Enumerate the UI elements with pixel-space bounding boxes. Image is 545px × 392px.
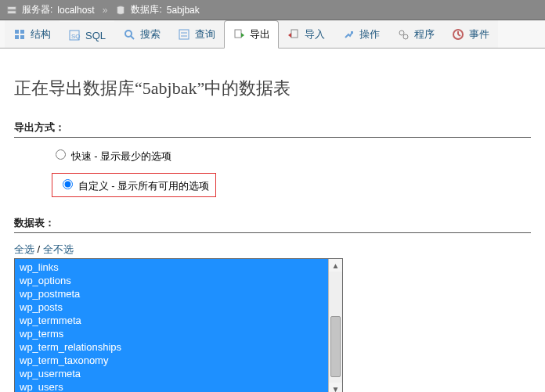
tab-bar: 结构SQLSQL搜索查询导出导入操作程序事件 [0, 20, 545, 49]
tables-scrollbar[interactable]: ▲ ▼ [328, 259, 342, 392]
tab-sql[interactable]: SQLSQL [60, 22, 114, 48]
export-icon [233, 28, 245, 41]
search-icon [123, 28, 135, 41]
operations-icon [342, 28, 355, 41]
tab-label: 结构 [31, 27, 51, 41]
tab-label: SQL [85, 30, 106, 41]
tab-label: 事件 [469, 27, 489, 41]
svg-point-17 [403, 34, 408, 39]
svg-rect-5 [15, 35, 19, 39]
svg-rect-11 [179, 30, 189, 39]
list-item[interactable]: wp_links [15, 261, 328, 274]
svg-rect-4 [20, 30, 24, 34]
list-item[interactable]: wp_usermeta [15, 367, 328, 380]
tab-label: 导出 [250, 27, 270, 41]
select-all-link[interactable]: 全选 [14, 243, 34, 255]
svg-line-20 [458, 34, 460, 36]
export-method-custom-radio[interactable] [63, 179, 73, 189]
svg-rect-6 [20, 35, 24, 39]
svg-text:SQL: SQL [71, 33, 81, 40]
svg-rect-15 [291, 30, 298, 38]
export-method-custom-label: 自定义 - 显示所有可用的选项 [78, 180, 210, 192]
svg-rect-0 [8, 6, 16, 9]
breadcrumb: 服务器: localhost » 数据库: 5abjbak [0, 0, 545, 20]
export-method-quick-radio[interactable] [56, 149, 66, 160]
page-content: 正在导出数据库“5abjbak”中的数据表 导出方式： 快速 - 显示最少的选项… [0, 49, 545, 392]
svg-rect-3 [15, 30, 19, 34]
list-item[interactable]: wp_posts [15, 300, 328, 314]
tables-listbox-inner[interactable]: wp_linkswp_optionswp_postmetawp_postswp_… [15, 259, 328, 392]
events-icon [452, 28, 464, 41]
tab-label: 导入 [305, 27, 325, 41]
import-icon [287, 28, 300, 41]
svg-line-10 [131, 36, 134, 39]
tables-listbox[interactable]: wp_linkswp_optionswp_postmetawp_postswp_… [14, 258, 343, 392]
svg-point-9 [125, 31, 132, 37]
tab-label: 搜索 [140, 27, 161, 41]
export-method-custom[interactable]: 自定义 - 显示所有可用的选项 [52, 173, 216, 197]
tab-search[interactable]: 搜索 [114, 20, 169, 48]
list-item[interactable]: wp_term_taxonomy [15, 354, 328, 367]
tables-heading: 数据表： [14, 216, 531, 233]
tab-routines[interactable]: 程序 [388, 20, 443, 48]
breadcrumb-server-value[interactable]: localhost [57, 5, 94, 16]
tab-export[interactable]: 导出 [224, 20, 279, 49]
breadcrumb-sep: » [103, 5, 108, 16]
export-method-group: 快速 - 显示最少的选项 自定义 - 显示所有可用的选项 [14, 147, 531, 202]
breadcrumb-db-value[interactable]: 5abjbak [167, 5, 200, 16]
export-method-heading: 导出方式： [14, 120, 531, 138]
list-item[interactable]: wp_term_relationships [15, 340, 328, 354]
breadcrumb-db-label: 数据库: [131, 3, 161, 16]
tab-label: 程序 [414, 27, 435, 41]
list-item[interactable]: wp_postmeta [15, 287, 328, 300]
tables-select-links: 全选 / 全不选 [14, 243, 531, 257]
tab-structure[interactable]: 结构 [5, 20, 60, 48]
server-icon [6, 5, 17, 16]
query-icon [178, 28, 190, 41]
list-item[interactable]: wp_options [15, 274, 328, 287]
export-method-quick[interactable]: 快速 - 显示最少的选项 [52, 147, 531, 164]
scroll-down-icon[interactable]: ▼ [329, 383, 342, 392]
page-title: 正在导出数据库“5abjbak”中的数据表 [14, 77, 531, 100]
sql-icon: SQL [68, 29, 81, 41]
scroll-thumb[interactable] [330, 316, 341, 377]
routines-icon [397, 28, 410, 41]
deselect-all-link[interactable]: 全不选 [43, 243, 74, 255]
scroll-track[interactable] [329, 272, 342, 383]
breadcrumb-server-label: 服务器: [22, 3, 52, 16]
svg-rect-1 [8, 10, 16, 13]
list-item[interactable]: wp_terms [15, 327, 328, 340]
database-icon [115, 5, 126, 16]
tab-label: 查询 [195, 27, 215, 41]
scroll-up-icon[interactable]: ▲ [329, 259, 342, 272]
list-item[interactable]: wp_termmeta [15, 314, 328, 327]
select-links-sep: / [34, 243, 43, 255]
structure-icon [13, 28, 26, 41]
list-item[interactable]: wp_users [15, 380, 328, 392]
export-method-quick-label: 快速 - 显示最少的选项 [71, 150, 172, 162]
tab-label: 操作 [359, 27, 380, 41]
svg-rect-14 [235, 30, 241, 38]
tab-operations[interactable]: 操作 [334, 20, 388, 48]
tab-query[interactable]: 查询 [169, 20, 224, 48]
tab-events[interactable]: 事件 [443, 20, 498, 48]
tab-import[interactable]: 导入 [279, 20, 334, 48]
svg-point-16 [399, 31, 404, 35]
